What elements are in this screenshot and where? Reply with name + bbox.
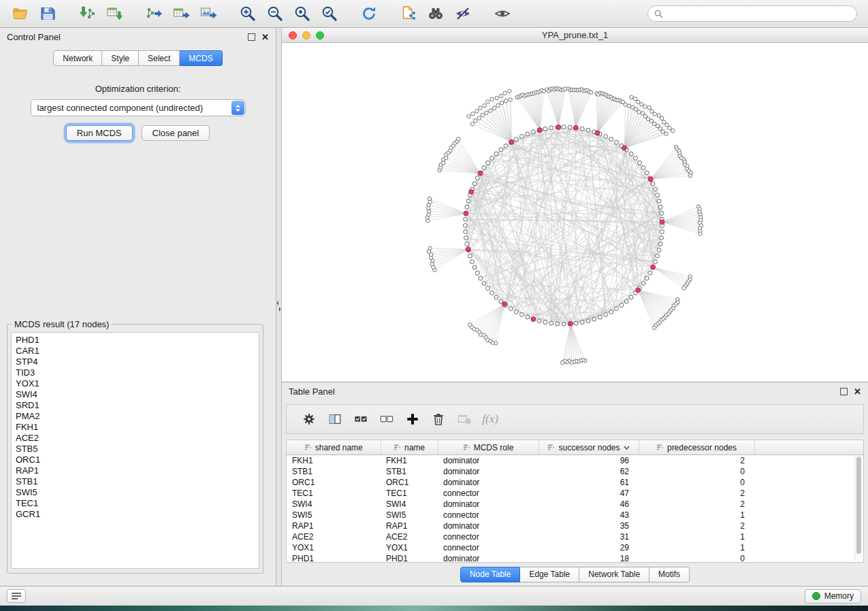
mcds-result-item[interactable]: STB5 xyxy=(16,444,255,455)
mcds-result-item[interactable]: RAP1 xyxy=(16,465,255,476)
network-hub-node[interactable] xyxy=(622,146,627,150)
toggle-details-button[interactable] xyxy=(489,3,516,24)
network-node[interactable] xyxy=(615,307,619,311)
network-leaf-node[interactable] xyxy=(508,89,511,93)
table-cell[interactable]: ACE2 xyxy=(287,531,381,542)
network-node[interactable] xyxy=(629,295,633,299)
network-node[interactable] xyxy=(509,307,513,311)
network-leaf-node[interactable] xyxy=(471,112,475,116)
table-cell[interactable]: YOX1 xyxy=(381,542,438,553)
network-hub-node[interactable] xyxy=(595,131,600,135)
table-cell[interactable]: dominator xyxy=(438,466,539,477)
network-node[interactable] xyxy=(586,128,590,132)
network-leaf-node[interactable] xyxy=(485,111,488,114)
table-cell[interactable]: connector xyxy=(438,488,539,499)
table-cell[interactable]: ACE2 xyxy=(381,531,438,542)
table-cell[interactable]: connector xyxy=(438,510,539,521)
network-leaf-node[interactable] xyxy=(660,116,664,120)
network-node[interactable] xyxy=(609,137,613,142)
network-node[interactable] xyxy=(475,176,479,180)
mcds-result-item[interactable]: SWI5 xyxy=(16,487,255,498)
mcds-result-item[interactable]: SWI4 xyxy=(16,389,255,400)
table-cell[interactable]: FKH1 xyxy=(287,455,381,467)
zoom-in-button[interactable] xyxy=(234,3,261,24)
close-window-icon[interactable] xyxy=(289,31,297,39)
apply-layout-button[interactable] xyxy=(355,3,383,24)
network-node[interactable] xyxy=(463,223,467,227)
network-hub-node[interactable] xyxy=(573,125,578,130)
search-network-button[interactable] xyxy=(422,3,449,24)
column-header-predecessor-nodes[interactable]: predecessor nodes xyxy=(639,440,754,455)
network-leaf-node[interactable] xyxy=(664,132,668,135)
network-leaf-node[interactable] xyxy=(499,94,502,97)
table-cell[interactable]: 2 xyxy=(639,488,754,499)
network-leaf-node[interactable] xyxy=(671,129,675,132)
network-leaf-node[interactable] xyxy=(457,137,460,141)
network-leaf-node[interactable] xyxy=(624,103,627,106)
table-cell[interactable]: 61 xyxy=(539,477,639,488)
network-hub-node[interactable] xyxy=(556,125,561,130)
network-leaf-node[interactable] xyxy=(430,262,434,265)
network-node[interactable] xyxy=(519,135,524,139)
table-row[interactable]: SWI5SWI5connector431 xyxy=(287,510,863,521)
network-hub-node[interactable] xyxy=(660,220,664,225)
network-leaf-node[interactable] xyxy=(630,95,633,99)
network-node[interactable] xyxy=(504,144,508,148)
network-node[interactable] xyxy=(519,312,524,316)
table-cell[interactable]: 62 xyxy=(539,466,639,477)
table-cell[interactable]: 2 xyxy=(639,521,754,531)
close-panel-button[interactable]: Close panel xyxy=(142,125,210,141)
network-leaf-node[interactable] xyxy=(662,120,666,124)
table-cell[interactable]: connector xyxy=(438,531,539,542)
network-leaf-node[interactable] xyxy=(668,127,671,130)
criterion-dropdown[interactable]: largest connected component (undirected) xyxy=(31,99,246,116)
mcds-result-item[interactable]: TID3 xyxy=(16,367,255,378)
table-cell[interactable]: dominator xyxy=(438,553,539,563)
network-graph[interactable] xyxy=(282,43,868,382)
network-leaf-node[interactable] xyxy=(589,90,592,94)
float-table-panel-icon[interactable] xyxy=(840,388,848,395)
table-row[interactable]: ACE2ACE2connector311 xyxy=(287,531,863,542)
mcds-result-item[interactable]: ACE2 xyxy=(16,433,255,444)
tab-style[interactable]: Style xyxy=(102,50,139,66)
table-row[interactable]: RAP1RAP1dominator352 xyxy=(287,521,863,531)
table-cell[interactable]: 1 xyxy=(639,531,754,542)
table-cell[interactable]: ORC1 xyxy=(381,477,438,488)
network-leaf-node[interactable] xyxy=(647,106,651,110)
network-hub-node[interactable] xyxy=(502,302,507,307)
close-panel-icon[interactable]: ✕ xyxy=(261,33,269,42)
network-node[interactable] xyxy=(574,321,578,325)
task-history-button[interactable] xyxy=(7,589,26,603)
table-cell[interactable]: dominator xyxy=(438,499,539,510)
network-node[interactable] xyxy=(580,320,584,325)
close-table-panel-icon[interactable]: ✕ xyxy=(854,387,861,396)
network-node[interactable] xyxy=(651,182,655,186)
network-node[interactable] xyxy=(494,152,498,156)
table-scrollbar[interactable] xyxy=(854,455,863,561)
memory-button[interactable]: Memory xyxy=(805,589,861,604)
network-leaf-node[interactable] xyxy=(682,286,686,290)
mcds-result-item[interactable]: ORC1 xyxy=(16,455,255,465)
network-node[interactable] xyxy=(543,127,547,131)
mcds-result-item[interactable]: TEC1 xyxy=(16,498,255,509)
export-table-button[interactable] xyxy=(167,3,195,24)
add-column-button[interactable] xyxy=(400,408,425,431)
network-node[interactable] xyxy=(562,322,566,326)
network-hub-node[interactable] xyxy=(648,177,653,182)
network-node[interactable] xyxy=(490,156,494,160)
network-node[interactable] xyxy=(464,236,468,240)
network-node[interactable] xyxy=(494,295,498,299)
network-node[interactable] xyxy=(637,161,641,165)
table-cell[interactable]: STB1 xyxy=(381,466,438,477)
table-cell[interactable]: PHD1 xyxy=(287,553,381,563)
table-row[interactable]: YOX1YOX1connector291 xyxy=(287,542,863,553)
network-leaf-node[interactable] xyxy=(492,106,496,110)
column-header-shared-name[interactable]: shared name xyxy=(287,440,381,455)
network-node[interactable] xyxy=(549,126,553,130)
zoom-out-button[interactable] xyxy=(261,3,289,24)
network-node[interactable] xyxy=(656,193,660,197)
table-cell[interactable]: RAP1 xyxy=(287,521,381,531)
network-leaf-node[interactable] xyxy=(477,116,481,120)
table-row[interactable]: PHD1PHD1dominator180 xyxy=(287,553,863,563)
search-input[interactable] xyxy=(666,8,850,19)
